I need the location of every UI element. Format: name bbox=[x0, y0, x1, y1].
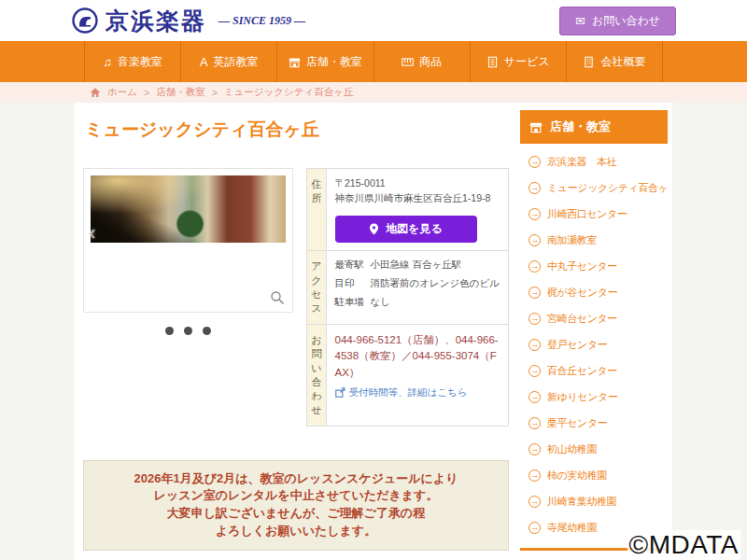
sidebar-shop-link[interactable]: → 南加瀬教室 bbox=[520, 227, 668, 253]
notice-line: レッスン室のレンタルを中止させていただきます。 bbox=[90, 487, 502, 505]
nav-item-services[interactable]: サービス bbox=[470, 41, 566, 82]
circle-arrow-icon: → bbox=[529, 339, 541, 351]
contact-button-label: お問い合わせ bbox=[592, 13, 660, 29]
nav-item-company[interactable]: 会社概要 bbox=[566, 41, 663, 82]
sidebar-shop-link[interactable]: → 登戸センター bbox=[520, 331, 668, 357]
external-link-icon bbox=[335, 387, 345, 398]
circle-arrow-icon: → bbox=[529, 156, 541, 168]
sidebar-shop-label: 百合丘センター bbox=[547, 364, 617, 378]
photo-carousel: ‹ bbox=[83, 168, 293, 427]
sidebar-shop-link[interactable]: → 初山幼稚園 bbox=[520, 436, 668, 462]
sidebar-shop-link[interactable]: → 新ゆりセンター bbox=[520, 384, 668, 410]
circle-arrow-icon: → bbox=[529, 313, 541, 325]
sidebar-shop-link[interactable]: → ミュージックシティ百合ヶ丘 bbox=[520, 175, 668, 201]
breadcrumb-separator: > bbox=[212, 87, 218, 98]
access-value: 小田急線 百合ヶ丘駅 bbox=[371, 259, 462, 272]
breadcrumb-shops[interactable]: 店舗・教室 bbox=[156, 86, 205, 99]
circle-arrow-icon: → bbox=[529, 182, 541, 194]
access-row: 目印 消防署前のオレンジ色のビル bbox=[335, 277, 500, 290]
content-container: ミュージックシティ百合ヶ丘 ‹ bbox=[75, 103, 672, 560]
sidebar-title: 店舗・教室 bbox=[550, 119, 611, 135]
breadcrumb-separator: > bbox=[144, 87, 149, 98]
access-key: 最寄駅 bbox=[335, 259, 371, 272]
store-icon bbox=[289, 56, 301, 68]
table-row-contact: お問い合わせ 044-966-5121（店舗）、044-966-4538（教室）… bbox=[307, 324, 509, 426]
nav-label: サービス bbox=[504, 54, 550, 70]
watermark: ©MDATA bbox=[627, 530, 740, 560]
sidebar-shop-label: 寺尾幼稚園 bbox=[547, 521, 597, 535]
sidebar-shop-link[interactable]: → 川崎西口センター bbox=[520, 201, 668, 227]
carousel-dots bbox=[83, 327, 293, 335]
carousel-prev-icon[interactable]: ‹ bbox=[89, 223, 95, 244]
breadcrumb-current: ミュージックシティ百合ヶ丘 bbox=[224, 86, 354, 99]
reception-hours-label: 受付時間等、詳細はこちら bbox=[349, 386, 468, 399]
page-title: ミュージックシティ百合ヶ丘 bbox=[85, 118, 509, 142]
sidebar-shop-link[interactable]: → 宮崎台センター bbox=[520, 305, 668, 331]
nav-item-music-school[interactable]: ♫ 音楽教室 bbox=[84, 41, 180, 82]
nav-item-shops[interactable]: 店舗・教室 bbox=[276, 41, 373, 82]
sidebar-shop-label: 栗平センター bbox=[547, 416, 607, 430]
home-icon bbox=[90, 87, 101, 98]
music-note-icon: ♫ bbox=[103, 56, 112, 68]
store-icon bbox=[529, 120, 543, 133]
access-key: 駐車場 bbox=[335, 296, 371, 309]
sidebar-shop-label: 新ゆりセンター bbox=[547, 390, 618, 404]
top-header: 京浜楽器 — SINCE 1959 — ✉ お問い合わせ bbox=[0, 0, 747, 41]
sidebar-shop-link[interactable]: → 栗平センター bbox=[520, 410, 668, 436]
shop-info-table: 住所 〒215-0011 神奈川県川崎市麻生区百合丘1-19-8 地図を見る bbox=[306, 168, 509, 427]
notice-line: 2026年1月及び2月は、教室のレッスンスケジュールにより bbox=[90, 470, 502, 488]
circle-arrow-icon: → bbox=[529, 260, 541, 273]
rental-notice: 2026年1月及び2月は、教室のレッスンスケジュールにより レッスン室のレンタル… bbox=[83, 460, 509, 551]
view-map-button[interactable]: 地図を見る bbox=[335, 216, 477, 243]
contact-label: お問い合わせ bbox=[307, 324, 326, 426]
breadcrumb-home[interactable]: ホーム bbox=[107, 86, 137, 99]
zoom-icon[interactable] bbox=[270, 290, 285, 305]
table-row-access: アクセス 最寄駅 小田急線 百合ヶ丘駅 目印 消防署前のオレンジ色のビル 駐車場 bbox=[307, 250, 509, 324]
nav-label: 音楽教室 bbox=[118, 54, 162, 70]
sidebar-shop-link[interactable]: → 京浜楽器 本社 bbox=[520, 148, 668, 175]
table-row-address: 住所 〒215-0011 神奈川県川崎市麻生区百合丘1-19-8 地図を見る bbox=[307, 169, 509, 251]
access-value: なし bbox=[371, 296, 391, 309]
sidebar-header: 店舗・教室 bbox=[520, 110, 668, 144]
breadcrumb: ホーム > 店舗・教室 > ミュージックシティ百合ヶ丘 bbox=[0, 82, 747, 103]
sidebar-shop-label: 中丸子センター bbox=[547, 259, 617, 273]
view-map-label: 地図を見る bbox=[386, 221, 443, 237]
address-value: 神奈川県川崎市麻生区百合丘1-19-8 bbox=[335, 191, 500, 206]
circle-arrow-icon: → bbox=[529, 443, 541, 455]
sidebar: 店舗・教室 → 京浜楽器 本社 → ミュージックシティ百合ヶ丘 → 川崎西口セン… bbox=[520, 103, 668, 560]
nav-item-english-school[interactable]: A 英語教室 bbox=[180, 41, 276, 82]
carousel-dot[interactable] bbox=[203, 327, 211, 335]
sidebar-shop-label: 柿の実幼稚園 bbox=[547, 469, 607, 483]
carousel-card: ‹ bbox=[83, 168, 293, 313]
circle-arrow-icon: → bbox=[529, 391, 541, 403]
carousel-dot[interactable] bbox=[184, 327, 192, 335]
contact-button[interactable]: ✉ お問い合わせ bbox=[559, 7, 676, 35]
sidebar-shop-link[interactable]: → 中丸子センター bbox=[520, 253, 668, 279]
main-column: ミュージックシティ百合ヶ丘 ‹ bbox=[79, 103, 511, 560]
sidebar-shop-label: 梶が谷センター bbox=[547, 286, 617, 300]
circle-arrow-icon: → bbox=[529, 365, 541, 377]
shop-photo[interactable] bbox=[91, 175, 286, 243]
sidebar-shop-label: 登戸センター bbox=[547, 338, 607, 352]
notice-line: よろしくお願いいたします。 bbox=[90, 523, 502, 540]
carousel-dot[interactable] bbox=[165, 327, 174, 335]
sidebar-shop-link[interactable]: → 柿の実幼稚園 bbox=[520, 462, 668, 488]
brand-tagline: — SINCE 1959 — bbox=[218, 14, 305, 28]
brand-logo[interactable]: 京浜楽器 — SINCE 1959 — bbox=[71, 6, 305, 36]
sidebar-shop-label: 初山幼稚園 bbox=[547, 442, 597, 456]
address-label: 住所 bbox=[307, 169, 326, 251]
circle-arrow-icon: → bbox=[529, 496, 541, 508]
nav-label: 店舗・教室 bbox=[306, 54, 362, 70]
circle-arrow-icon: → bbox=[529, 522, 541, 534]
sidebar-shop-link[interactable]: → 百合丘センター bbox=[520, 357, 668, 384]
circle-arrow-icon: → bbox=[529, 417, 541, 429]
document-icon bbox=[486, 56, 499, 68]
nav-label: 会社概要 bbox=[600, 54, 645, 70]
reception-hours-link[interactable]: 受付時間等、詳細はこちら bbox=[335, 386, 500, 399]
alphabet-icon: A bbox=[200, 56, 208, 68]
shop-list: → 京浜楽器 本社 → ミュージックシティ百合ヶ丘 → 川崎西口センター → 南… bbox=[520, 144, 668, 551]
sidebar-shop-link[interactable]: → 川崎青葉幼稚園 bbox=[520, 488, 668, 514]
piano-badge-icon bbox=[71, 7, 99, 35]
nav-item-products[interactable]: 商品 bbox=[374, 41, 470, 82]
sidebar-shop-link[interactable]: → 梶が谷センター bbox=[520, 279, 668, 305]
